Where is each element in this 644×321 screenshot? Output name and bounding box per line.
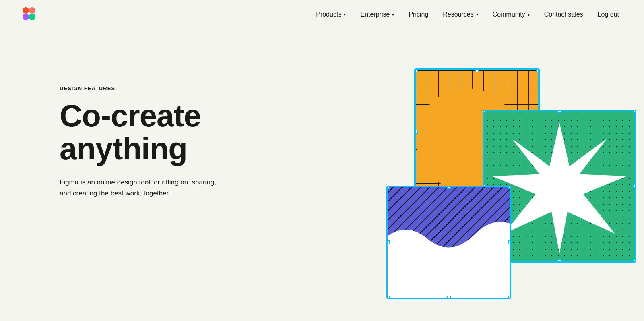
blue-sel-bl (386, 296, 390, 299)
nav-resources[interactable]: Resources ▾ (437, 8, 483, 21)
section-label: DESIGN FEATURES (60, 85, 229, 91)
svg-rect-1 (29, 7, 35, 14)
hero-illustration (386, 69, 644, 319)
sel-handle-tl (415, 69, 418, 72)
community-dropdown-arrow: ▾ (528, 12, 530, 17)
resources-dropdown-arrow: ▾ (476, 12, 478, 17)
blue-sel-tl (386, 186, 390, 189)
green-sel-mr (633, 184, 636, 188)
nav-products[interactable]: Products ▾ (310, 8, 351, 21)
navbar: Products ▾ Enterprise ▾ Pricing Resource… (0, 0, 644, 29)
nav-logout[interactable]: Log out (592, 8, 625, 21)
enterprise-dropdown-arrow: ▾ (392, 12, 394, 17)
blue-sel-ml (386, 240, 390, 244)
green-sel-bm (557, 259, 561, 263)
svg-rect-0 (23, 7, 29, 14)
svg-marker-6 (492, 123, 627, 254)
sel-handle-tr (536, 69, 539, 72)
hero-text: DESIGN FEATURES Co-create anything Figma… (60, 61, 229, 199)
hero-title: Co-create anything (60, 99, 229, 166)
green-sel-tm (557, 110, 561, 113)
hero-section: DESIGN FEATURES Co-create anything Figma… (0, 29, 644, 321)
nav-enterprise[interactable]: Enterprise ▾ (355, 8, 400, 21)
green-sel-tr (633, 110, 636, 113)
sel-handle-tm (475, 69, 479, 72)
sel-handle-ml (415, 130, 418, 134)
nav-contact-sales[interactable]: Contact sales (539, 8, 589, 21)
blue-sel-bm (447, 296, 451, 299)
blue-sel-tr (508, 186, 511, 189)
svg-point-4 (29, 14, 35, 20)
green-sel-tl (483, 110, 486, 113)
hero-subtitle: Figma is an online design tool for riffi… (60, 177, 229, 199)
green-sel-br (633, 259, 636, 263)
nav-pricing[interactable]: Pricing (403, 8, 434, 21)
nav-community[interactable]: Community ▾ (487, 8, 535, 21)
products-dropdown-arrow: ▾ (344, 12, 346, 17)
svg-rect-2 (23, 14, 29, 20)
blue-sel-br (508, 296, 511, 299)
blue-sel-tm (447, 186, 451, 189)
figma-logo[interactable] (19, 4, 39, 25)
blue-sel-mr (508, 240, 511, 244)
nav-links: Products ▾ Enterprise ▾ Pricing Resource… (310, 8, 625, 21)
card-blue (386, 186, 511, 299)
